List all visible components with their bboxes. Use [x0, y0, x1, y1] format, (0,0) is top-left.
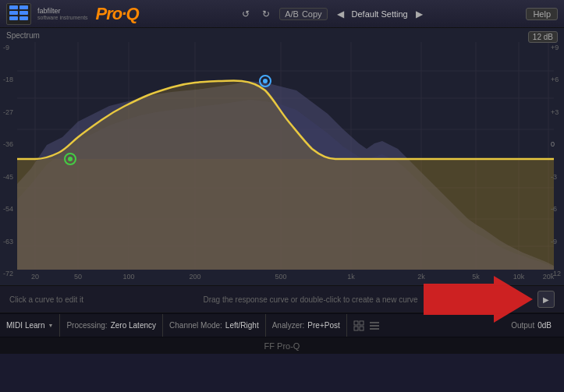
svg-rect-40: [360, 327, 364, 330]
midi-learn-section[interactable]: MIDI Learn ▼: [6, 314, 60, 337]
svg-text:1k: 1k: [347, 273, 355, 281]
top-bar: fabfilter software instruments Pro·Q ↺ ↻…: [0, 0, 564, 28]
svg-text:200: 200: [189, 273, 200, 281]
status-bar: MIDI Learn ▼ Processing: Zero Latency Ch…: [0, 313, 564, 337]
eq-canvas: 20 50 100 200 500 1k 2k 5k 10k 20k: [0, 28, 564, 285]
click-info-text: Click a curve to edit it: [9, 295, 83, 304]
processing-section: Processing: Zero Latency: [60, 314, 163, 337]
analyzer-label: Analyzer:: [272, 321, 305, 330]
prev-preset-button[interactable]: ◀: [334, 7, 347, 21]
ab-section: A/B Copy: [279, 8, 327, 20]
output-section: Output 0dB: [386, 314, 558, 337]
logo-text-area: fabfilter software instruments: [37, 7, 88, 20]
play-button[interactable]: ▶: [537, 291, 555, 308]
output-db[interactable]: 0dB: [537, 321, 552, 330]
db-badge: 12 dB: [528, 31, 558, 43]
svg-point-26: [263, 79, 268, 83]
preset-name: Default Setting: [352, 9, 408, 19]
svg-rect-4: [9, 16, 18, 20]
processing-value[interactable]: Zero Latency: [111, 321, 156, 330]
undo-button[interactable]: ↺: [239, 7, 253, 21]
channel-mode-section: Channel Mode: Left/Right: [163, 314, 266, 337]
redo-button[interactable]: ↻: [259, 7, 273, 21]
svg-text:2k: 2k: [417, 273, 425, 281]
svg-rect-37: [354, 321, 358, 325]
info-bar: Click a curve to edit it Drag the respon…: [0, 285, 564, 313]
analyzer-section: Analyzer: Pre+Post: [266, 314, 347, 337]
output-label: Output: [511, 321, 534, 330]
preset-section: ◀ Default Setting ▶: [334, 7, 426, 21]
logo-area: fabfilter software instruments Pro·Q: [6, 3, 139, 25]
svg-rect-3: [20, 11, 28, 15]
logo-sub: software instruments: [37, 15, 88, 20]
svg-text:10k: 10k: [513, 273, 525, 281]
svg-rect-38: [360, 321, 364, 325]
ab-label: A/B: [285, 9, 299, 19]
midi-learn-dropdown-icon: ▼: [48, 323, 53, 328]
title-bar: FF Pro-Q: [0, 337, 564, 354]
top-controls: ↺ ↻ A/B Copy ◀ Default Setting ▶: [139, 7, 527, 21]
processing-label: Processing:: [66, 321, 107, 330]
svg-point-24: [68, 157, 73, 161]
channel-mode-label: Channel Mode:: [169, 321, 222, 330]
copy-label[interactable]: Copy: [302, 9, 322, 19]
svg-text:5k: 5k: [472, 273, 480, 281]
grid-icon: [353, 320, 364, 331]
proq-logo: Pro·Q: [96, 4, 139, 24]
next-preset-button[interactable]: ▶: [413, 7, 426, 21]
fab-icon: [6, 3, 31, 25]
svg-rect-2: [9, 11, 18, 15]
svg-text:500: 500: [275, 273, 286, 281]
analyzer-value[interactable]: Pre+Post: [307, 321, 339, 330]
help-button[interactable]: Help: [526, 8, 558, 20]
channel-mode-value[interactable]: Left/Right: [225, 321, 259, 330]
svg-rect-0: [9, 5, 18, 9]
play-icon: ▶: [543, 295, 549, 304]
svg-rect-5: [20, 16, 28, 20]
drag-info-text: Drag the response curve or double-click …: [203, 295, 417, 304]
svg-text:50: 50: [74, 273, 82, 281]
db-left-labels: -9 -18 -27 -36 -45 -54 -63 -72: [3, 44, 13, 277]
output-icons-section: [347, 314, 386, 337]
svg-rect-1: [20, 5, 28, 9]
svg-text:20: 20: [31, 273, 39, 281]
spectrum-label: Spectrum: [6, 31, 40, 40]
plugin-title: FF Pro-Q: [264, 341, 300, 351]
svg-rect-39: [354, 327, 358, 330]
db-right-labels: +9 +6 +3 0 -3 -6 -9 -12: [551, 44, 561, 277]
midi-learn-label: MIDI Learn: [6, 321, 44, 330]
svg-text:100: 100: [122, 273, 134, 281]
lines-icon: [369, 320, 380, 331]
eq-display[interactable]: Spectrum 12 dB -9 -18 -27 -36 -45 -54 -6…: [0, 28, 564, 285]
logo-brand: fabfilter: [37, 7, 88, 15]
